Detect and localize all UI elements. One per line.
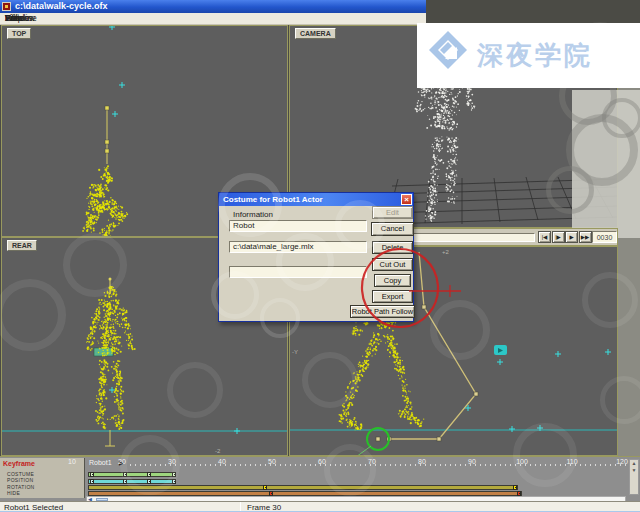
robot-path-follow-button[interactable]: Robot Path Follow xyxy=(350,305,415,318)
timeline-panel: Keyframe COSTUMEPOSITIONROTATIONHIDE Rob… xyxy=(0,456,640,501)
application-window: c:\data\walk-cycle.ofx FileEditTimelineF… xyxy=(0,0,640,512)
title-bar[interactable]: c:\data\walk-cycle.ofx xyxy=(0,0,426,13)
ruler-frame-50: 50 xyxy=(263,458,281,465)
information-label: Information xyxy=(233,210,273,219)
axis-label-persp-left: -Y xyxy=(292,349,298,355)
track-row-robot1[interactable]: Robot1 xyxy=(89,459,112,466)
ruler-frame-60: 60 xyxy=(313,458,331,465)
track-label-rotation: ROTATION xyxy=(7,484,35,490)
track-label-position: POSITION xyxy=(7,477,33,483)
cut-out-button[interactable]: Cut Out xyxy=(372,258,413,271)
app-icon xyxy=(2,2,11,11)
keyframe-marker[interactable] xyxy=(90,479,94,484)
position-track-bar[interactable] xyxy=(88,479,175,484)
viewport-camera-label: CAMERA xyxy=(295,28,336,39)
keyframe-marker[interactable] xyxy=(123,479,127,484)
keyframe-header: Keyframe xyxy=(3,460,35,467)
ruler-frame-90: 90 xyxy=(463,458,481,465)
keyframe-marker[interactable] xyxy=(513,485,517,490)
rotation-track-bar[interactable] xyxy=(88,485,518,490)
ruler-frame-70: 70 xyxy=(363,458,381,465)
ruler-frame-110: 110 xyxy=(563,458,581,465)
watermark-patch xyxy=(572,90,618,228)
ruler-frame-10: 10 xyxy=(63,458,81,465)
export-button[interactable]: Export xyxy=(372,290,413,303)
costume-file-field[interactable]: c:\data\male_large.mlx xyxy=(229,241,367,253)
ruler-frame-20: 20 xyxy=(113,458,131,465)
frame-ruler-ticks[interactable] xyxy=(130,464,635,466)
menu-bar: FileEditTimelineFrameActionsViewWindowHe… xyxy=(0,13,426,25)
axis-label-rear: -2 xyxy=(215,448,220,454)
dialog-title: Costume for Robot1 Actor xyxy=(223,195,323,204)
status-divider xyxy=(240,502,241,511)
delete-button[interactable]: Delete xyxy=(372,241,413,254)
track-label-costume: COSTUME xyxy=(7,471,34,477)
costume-track-bar[interactable] xyxy=(88,472,175,477)
watermark-banner: 深夜学院 xyxy=(417,23,640,88)
dialog-title-bar[interactable]: Costume for Robot1 Actor xyxy=(219,193,413,206)
keyframe-marker[interactable] xyxy=(147,479,151,484)
keyframe-marker[interactable] xyxy=(123,472,127,477)
rewind-button[interactable]: |◀ xyxy=(538,231,551,243)
ruler-frame-100: 100 xyxy=(513,458,531,465)
ruler-frame-40: 40 xyxy=(213,458,231,465)
track-label-hide: HIDE xyxy=(7,490,20,496)
costume-dialog: Costume for Robot1 Actor × Information R… xyxy=(218,192,414,322)
background-area xyxy=(426,0,640,25)
copy-button[interactable]: Copy xyxy=(374,274,411,287)
fast-forward-button[interactable]: ▶▶ xyxy=(579,231,592,243)
keyframe-marker[interactable] xyxy=(263,485,267,490)
play-button[interactable]: ▶ xyxy=(565,231,578,243)
watermark-text: 深夜学院 xyxy=(477,40,593,71)
watermark-patch xyxy=(618,90,640,238)
edit-button: Edit xyxy=(372,206,413,219)
keyframe-marker[interactable] xyxy=(172,472,176,477)
status-bar: Robot1 Selected Frame 30 xyxy=(0,501,640,512)
keyframe-marker[interactable] xyxy=(172,479,176,484)
actor-name-field[interactable]: Robot xyxy=(229,220,367,232)
ruler-frame-80: 80 xyxy=(413,458,431,465)
ruler-frame-30: 30 xyxy=(163,458,181,465)
keyframe-marker[interactable] xyxy=(147,472,151,477)
step-back-button[interactable]: |▶ xyxy=(552,231,565,243)
close-icon[interactable]: × xyxy=(401,194,412,205)
window-title: c:\data\walk-cycle.ofx xyxy=(15,1,108,11)
keyframe-marker[interactable] xyxy=(90,472,94,477)
watermark-logo-icon xyxy=(427,29,469,71)
frame-counter: 0030 xyxy=(592,231,617,243)
timeline-mini-scrollbar[interactable]: ▲▼ xyxy=(629,459,639,495)
viewport-top-label: TOP xyxy=(7,28,31,39)
menu-item-help[interactable]: Help xyxy=(0,13,27,24)
axis-label-persp-top: +2 xyxy=(442,249,449,255)
empty-field[interactable] xyxy=(229,266,367,278)
cancel-button[interactable]: Cancel xyxy=(371,222,414,236)
viewport-rear-label: REAR xyxy=(7,240,37,251)
